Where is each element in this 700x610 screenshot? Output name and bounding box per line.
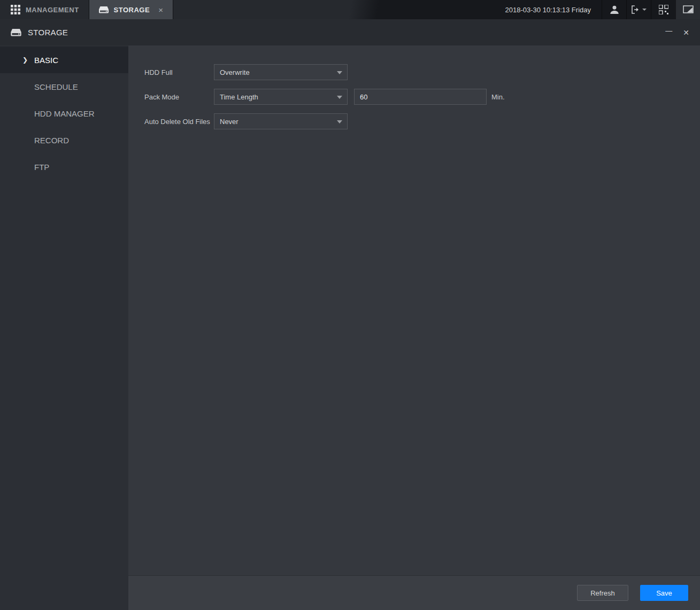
display-icon bbox=[683, 5, 694, 14]
tab-management[interactable]: MANAGEMENT bbox=[0, 0, 89, 19]
pack-mode-dropdown[interactable]: Time Length bbox=[214, 89, 348, 105]
tab-close-icon[interactable]: × bbox=[158, 6, 163, 14]
pack-mode-row: Pack Mode Time Length Min. bbox=[144, 89, 700, 105]
sidebar-item-label: HDD MANAGER bbox=[34, 109, 95, 118]
topbar-right: 2018-03-30 10:13:13 Friday bbox=[495, 0, 700, 19]
chevron-down-icon bbox=[337, 71, 342, 74]
main-panel: HDD Full Overwrite Pack Mode Time Length… bbox=[128, 45, 700, 610]
user-icon bbox=[610, 5, 619, 14]
sidebar-item-label: FTP bbox=[34, 163, 49, 172]
minimize-icon[interactable]: — bbox=[665, 27, 672, 34]
user-account-button[interactable] bbox=[602, 0, 626, 19]
qr-code-icon bbox=[659, 5, 668, 14]
chevron-down-icon bbox=[337, 120, 342, 123]
grid-menu-icon bbox=[11, 5, 20, 14]
refresh-button[interactable]: Refresh bbox=[577, 585, 628, 601]
system-topbar: MANAGEMENT STORAGE × 2018-03-30 10:13:13… bbox=[0, 0, 700, 19]
sidebar: ❯ BASIC SCHEDULE HDD MANAGER RECORD FTP bbox=[0, 45, 128, 610]
logout-dropdown-caret-icon bbox=[642, 9, 647, 11]
sidebar-item-ftp[interactable]: FTP bbox=[0, 153, 128, 180]
storage-drive-icon bbox=[99, 6, 109, 13]
pack-length-unit: Min. bbox=[491, 93, 505, 101]
pack-mode-value: Time Length bbox=[220, 93, 258, 101]
chevron-down-icon bbox=[337, 96, 342, 99]
qr-code-button[interactable] bbox=[651, 0, 675, 19]
auto-delete-dropdown[interactable]: Never bbox=[214, 113, 348, 129]
sidebar-item-basic[interactable]: ❯ BASIC bbox=[0, 47, 128, 73]
basic-storage-form: HDD Full Overwrite Pack Mode Time Length… bbox=[128, 45, 700, 129]
sidebar-item-schedule[interactable]: SCHEDULE bbox=[0, 73, 128, 100]
pack-mode-label: Pack Mode bbox=[144, 93, 214, 101]
sidebar-item-label: SCHEDULE bbox=[34, 82, 78, 91]
hdd-full-dropdown[interactable]: Overwrite bbox=[214, 64, 348, 80]
sidebar-item-record[interactable]: RECORD bbox=[0, 127, 128, 153]
auto-delete-row: Auto Delete Old Files Never bbox=[144, 113, 700, 129]
close-icon[interactable]: ✕ bbox=[683, 29, 689, 36]
hdd-full-value: Overwrite bbox=[220, 68, 250, 76]
logout-button[interactable] bbox=[626, 0, 651, 19]
auto-delete-label: Auto Delete Old Files bbox=[144, 118, 214, 126]
window-titlebar: STORAGE — ✕ bbox=[0, 19, 700, 45]
active-arrow-icon: ❯ bbox=[22, 56, 28, 64]
auto-delete-value: Never bbox=[220, 118, 239, 126]
save-button[interactable]: Save bbox=[640, 585, 688, 601]
pack-length-input[interactable] bbox=[354, 89, 487, 105]
footer-bar: Refresh Save bbox=[128, 575, 700, 610]
system-datetime: 2018-03-30 10:13:13 Friday bbox=[495, 6, 602, 14]
hdd-full-label: HDD Full bbox=[144, 68, 214, 76]
logout-icon bbox=[631, 5, 641, 14]
sidebar-item-label: RECORD bbox=[34, 136, 69, 145]
storage-window-icon bbox=[11, 29, 21, 36]
display-settings-button[interactable] bbox=[675, 0, 700, 19]
window-controls: — ✕ bbox=[665, 29, 689, 36]
sidebar-item-hdd-manager[interactable]: HDD MANAGER bbox=[0, 100, 128, 127]
tab-storage[interactable]: STORAGE × bbox=[89, 0, 174, 19]
window-title: STORAGE bbox=[28, 28, 68, 37]
window-body: ❯ BASIC SCHEDULE HDD MANAGER RECORD FTP … bbox=[0, 45, 700, 610]
sidebar-item-label: BASIC bbox=[34, 56, 58, 65]
tab-storage-label: STORAGE bbox=[114, 6, 150, 14]
hdd-full-row: HDD Full Overwrite bbox=[144, 64, 700, 80]
tab-management-label: MANAGEMENT bbox=[26, 6, 79, 14]
